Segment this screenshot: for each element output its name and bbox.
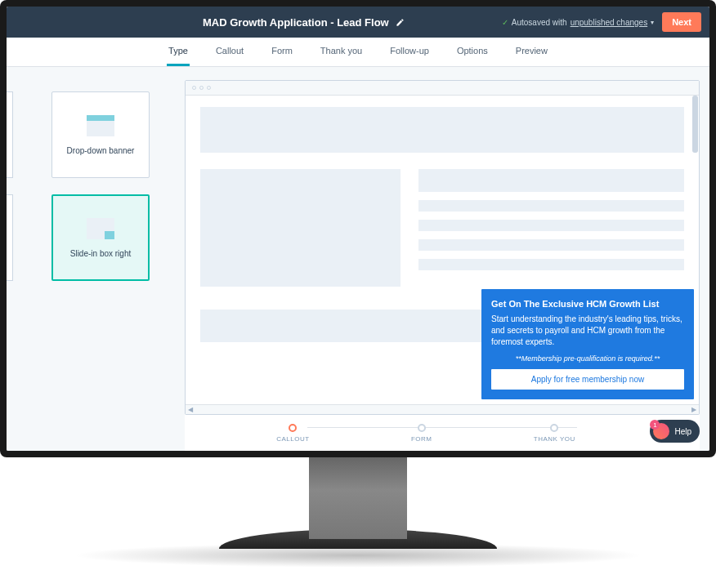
- main-area: Drop-down banner Slide-in box right: [7, 67, 709, 451]
- slidein-label: Slide-in box right: [70, 249, 131, 258]
- scroll-left-icon[interactable]: ◀: [188, 406, 193, 413]
- slidein-thumb-icon: [87, 218, 114, 239]
- edit-icon[interactable]: [396, 18, 405, 27]
- tab-type[interactable]: Type: [167, 38, 190, 66]
- preview-pane: Get On The Exclusive HCM Growth List Sta…: [170, 67, 709, 451]
- callout-popup: Get On The Exclusive HCM Growth List Sta…: [481, 289, 694, 399]
- callout-note: **Membership pre-qualification is requir…: [491, 354, 684, 363]
- preview-content: Get On The Exclusive HCM Growth List Sta…: [186, 96, 699, 404]
- type-card-dropdown-banner[interactable]: Drop-down banner: [51, 91, 150, 178]
- step-form[interactable]: FORM: [411, 424, 432, 443]
- stepper: CALLOUT FORM THANK YOU: [185, 415, 700, 451]
- tab-thankyou[interactable]: Thank you: [319, 38, 364, 66]
- monitor-frame: MAD Growth Application - Lead Flow ✓ Aut…: [0, 0, 716, 457]
- callout-title: Get On The Exclusive HCM Growth List: [491, 299, 684, 309]
- app-screen: MAD Growth Application - Lead Flow ✓ Aut…: [7, 7, 709, 451]
- step-label: CALLOUT: [276, 435, 309, 443]
- tab-callout[interactable]: Callout: [214, 38, 245, 66]
- browser-chrome: [186, 81, 699, 96]
- help-widget[interactable]: 1 Help: [650, 420, 700, 443]
- horizontal-scrollbar[interactable]: ◀ ▶: [186, 404, 699, 414]
- traffic-dot: [192, 86, 196, 90]
- dropdown-thumb-icon: [87, 115, 114, 136]
- tab-followup[interactable]: Follow-up: [388, 38, 431, 66]
- partial-card-left-2[interactable]: [7, 194, 13, 281]
- help-label: Help: [674, 427, 691, 436]
- skeleton-line: [418, 239, 684, 251]
- skeleton-line: [418, 220, 684, 231]
- type-sidebar: Drop-down banner Slide-in box right: [7, 67, 170, 451]
- skeleton-line: [418, 169, 684, 192]
- step-thankyou[interactable]: THANK YOU: [534, 424, 575, 443]
- step-circle-icon: [550, 424, 558, 432]
- tab-preview[interactable]: Preview: [514, 38, 549, 66]
- skeleton-line: [418, 200, 684, 212]
- help-badge: 1: [650, 420, 660, 430]
- step-circle-icon: [418, 424, 426, 432]
- help-avatar-icon: 1: [653, 423, 669, 439]
- chevron-down-icon: ▾: [651, 19, 654, 26]
- page-title: MAD Growth Application - Lead Flow: [203, 16, 389, 29]
- browser-frame: Get On The Exclusive HCM Growth List Sta…: [185, 80, 700, 415]
- step-label: THANK YOU: [534, 435, 575, 443]
- skeleton-line: [418, 259, 684, 270]
- step-label: FORM: [411, 435, 432, 443]
- header-bar: MAD Growth Application - Lead Flow ✓ Aut…: [7, 7, 709, 38]
- callout-apply-button[interactable]: Apply for free membership now: [491, 369, 684, 390]
- step-callout[interactable]: CALLOUT: [276, 424, 309, 443]
- callout-body: Start understanding the industry's leadi…: [491, 314, 684, 348]
- tab-options[interactable]: Options: [455, 38, 490, 66]
- next-button[interactable]: Next: [662, 12, 701, 32]
- autosave-prefix: Autosaved with: [512, 18, 567, 27]
- traffic-dot: [207, 86, 211, 90]
- dropdown-label: Drop-down banner: [67, 146, 135, 155]
- scroll-right-icon[interactable]: ▶: [691, 406, 696, 413]
- skeleton-block: [200, 169, 401, 287]
- partial-card-left-1[interactable]: [7, 91, 13, 178]
- type-card-slidein-right[interactable]: Slide-in box right: [51, 194, 150, 281]
- tab-row: Type Callout Form Thank you Follow-up Op…: [7, 38, 709, 67]
- autosave-link: unpublished changes: [571, 18, 648, 27]
- step-circle-icon: [289, 424, 297, 432]
- traffic-dot: [199, 86, 204, 90]
- tab-form[interactable]: Form: [270, 38, 294, 66]
- skeleton-hero: [200, 107, 684, 153]
- autosave-status[interactable]: ✓ Autosaved with unpublished changes ▾: [502, 18, 654, 27]
- check-icon: ✓: [502, 18, 508, 27]
